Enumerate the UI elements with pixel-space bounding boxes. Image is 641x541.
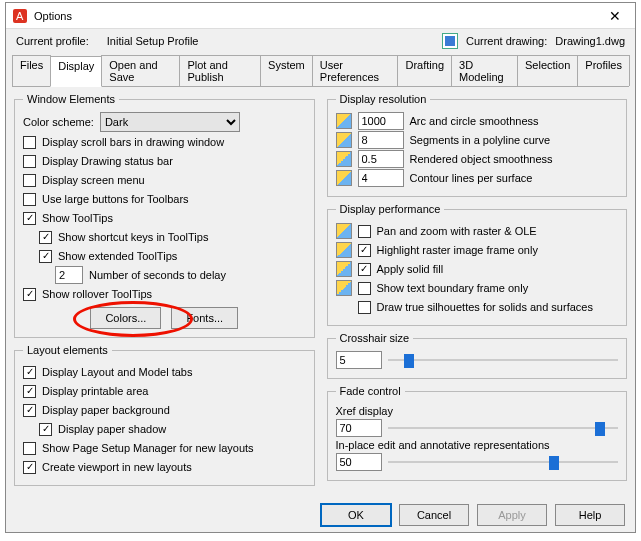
crosshair-input[interactable]	[336, 351, 382, 369]
window-elements-group: Window Elements Color scheme: Dark Displ…	[14, 93, 315, 338]
solidfill-checkbox[interactable]	[358, 263, 371, 276]
tab-drafting[interactable]: Drafting	[397, 55, 452, 86]
crosshair-group: Crosshair size	[327, 332, 628, 379]
apply-button[interactable]: Apply	[477, 504, 547, 526]
screenmenu-checkbox[interactable]	[23, 174, 36, 187]
extended-label: Show extended ToolTips	[58, 250, 177, 262]
tab-plot-and-publish[interactable]: Plot and Publish	[179, 55, 261, 86]
statusbar-checkbox[interactable]	[23, 155, 36, 168]
paperbg-checkbox[interactable]	[23, 404, 36, 417]
xref-input[interactable]	[336, 419, 382, 437]
color-scheme-label: Color scheme:	[23, 116, 94, 128]
perf-icon	[336, 242, 352, 258]
fonts-button[interactable]: Fonts...	[171, 307, 238, 329]
rollover-checkbox[interactable]	[23, 288, 36, 301]
fade-group: Fade control Xref display In-place edit …	[327, 385, 628, 481]
perf-icon	[336, 223, 352, 239]
extended-checkbox[interactable]	[39, 250, 52, 263]
tab-open-and-save[interactable]: Open and Save	[101, 55, 180, 86]
solidfill-label: Apply solid fill	[377, 263, 444, 275]
shortcut-checkbox[interactable]	[39, 231, 52, 244]
rend-label: Rendered object smoothness	[410, 153, 553, 165]
colors-fonts-row: Colors... Fonts...	[23, 307, 306, 329]
paperbg-label: Display paper background	[42, 404, 170, 416]
layout-tabs-label: Display Layout and Model tabs	[42, 366, 192, 378]
highlight-label: Highlight raster image frame only	[377, 244, 538, 256]
largebuttons-label: Use large buttons for Toolbars	[42, 193, 189, 205]
tab-content: Window Elements Color scheme: Dark Displ…	[6, 87, 635, 486]
xref-thumb[interactable]	[595, 422, 605, 436]
highlight-checkbox[interactable]	[358, 244, 371, 257]
dialog-buttons: OK Cancel Apply Help	[321, 504, 625, 526]
crosshair-thumb[interactable]	[404, 354, 414, 368]
tab-3d-modeling[interactable]: 3D Modeling	[451, 55, 518, 86]
textframe-checkbox[interactable]	[358, 282, 371, 295]
tab-selection[interactable]: Selection	[517, 55, 578, 86]
tab-profiles[interactable]: Profiles	[577, 55, 630, 86]
inplace-thumb[interactable]	[549, 456, 559, 470]
shortcut-label: Show shortcut keys in ToolTips	[58, 231, 208, 243]
perf-icon	[336, 280, 352, 296]
xref-label: Xref display	[336, 405, 619, 417]
pagemgr-label: Show Page Setup Manager for new layouts	[42, 442, 254, 454]
tooltips-label: Show ToolTips	[42, 212, 113, 224]
contour-input[interactable]	[358, 169, 404, 187]
crosshair-slider[interactable]	[388, 351, 619, 369]
contour-label: Contour lines per surface	[410, 172, 533, 184]
perf-icon	[336, 261, 352, 277]
tab-files[interactable]: Files	[12, 55, 51, 86]
inplace-slider[interactable]	[388, 453, 619, 471]
res-icon	[336, 132, 352, 148]
scrollbars-label: Display scroll bars in drawing window	[42, 136, 224, 148]
rend-input[interactable]	[358, 150, 404, 168]
tab-bar: Files Display Open and Save Plot and Pub…	[12, 55, 629, 87]
svg-text:A: A	[16, 10, 24, 22]
res-icon	[336, 113, 352, 129]
statusbar-label: Display Drawing status bar	[42, 155, 173, 167]
color-scheme-select[interactable]: Dark	[100, 112, 240, 132]
tab-user-preferences[interactable]: User Preferences	[312, 55, 399, 86]
silhouettes-checkbox[interactable]	[358, 301, 371, 314]
viewport-checkbox[interactable]	[23, 461, 36, 474]
scrollbars-checkbox[interactable]	[23, 136, 36, 149]
window-title: Options	[34, 10, 595, 22]
seconds-label: Number of seconds to delay	[89, 269, 226, 281]
layout-tabs-checkbox[interactable]	[23, 366, 36, 379]
silhouettes-label: Draw true silhouettes for solids and sur…	[377, 301, 593, 313]
tab-display[interactable]: Display	[50, 56, 102, 87]
xref-slider[interactable]	[388, 419, 619, 437]
seg-input[interactable]	[358, 131, 404, 149]
current-profile-label: Current profile:	[16, 35, 89, 47]
right-column: Display resolution Arc and circle smooth…	[327, 93, 628, 486]
tooltips-checkbox[interactable]	[23, 212, 36, 225]
printable-label: Display printable area	[42, 385, 148, 397]
display-resolution-legend: Display resolution	[336, 93, 431, 105]
help-button[interactable]: Help	[555, 504, 625, 526]
close-button[interactable]: ✕	[595, 3, 635, 29]
ok-button[interactable]: OK	[321, 504, 391, 526]
titlebar: A Options ✕	[6, 3, 635, 29]
options-dialog: A Options ✕ Current profile: Initial Set…	[5, 2, 636, 533]
shadow-label: Display paper shadow	[58, 423, 166, 435]
rollover-label: Show rollover ToolTips	[42, 288, 152, 300]
largebuttons-checkbox[interactable]	[23, 193, 36, 206]
colors-button[interactable]: Colors...	[90, 307, 161, 329]
crosshair-legend: Crosshair size	[336, 332, 414, 344]
printable-checkbox[interactable]	[23, 385, 36, 398]
pagemgr-checkbox[interactable]	[23, 442, 36, 455]
layout-elements-group: Layout elements Display Layout and Model…	[14, 344, 315, 486]
panzoom-label: Pan and zoom with raster & OLE	[377, 225, 537, 237]
shadow-checkbox[interactable]	[39, 423, 52, 436]
window-elements-legend: Window Elements	[23, 93, 119, 105]
app-icon: A	[12, 8, 28, 24]
cancel-button[interactable]: Cancel	[399, 504, 469, 526]
panzoom-checkbox[interactable]	[358, 225, 371, 238]
drawing-icon	[442, 33, 458, 49]
arc-input[interactable]	[358, 112, 404, 130]
tab-system[interactable]: System	[260, 55, 313, 86]
display-resolution-group: Display resolution Arc and circle smooth…	[327, 93, 628, 197]
layout-elements-legend: Layout elements	[23, 344, 112, 356]
res-icon	[336, 170, 352, 186]
inplace-input[interactable]	[336, 453, 382, 471]
seconds-input[interactable]	[55, 266, 83, 284]
